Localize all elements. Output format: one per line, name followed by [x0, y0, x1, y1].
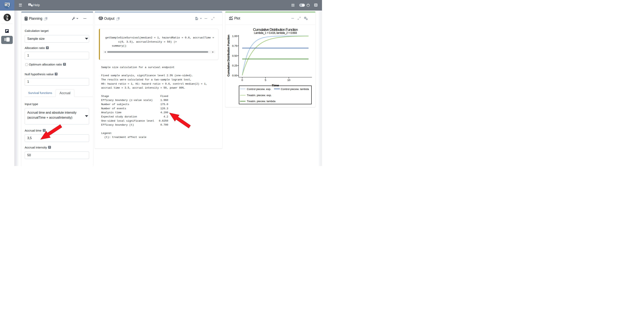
svg-text:R: R — [100, 17, 102, 20]
svg-text:1.00: 1.00 — [232, 35, 237, 38]
svg-text:Control piecew. exp.: Control piecew. exp. — [247, 88, 271, 90]
svg-text:0.75: 0.75 — [232, 44, 237, 47]
svg-text:10: 10 — [287, 78, 290, 82]
svg-text:Control piecew. lambda: Control piecew. lambda — [281, 88, 309, 90]
svg-text:5: 5 — [265, 78, 266, 82]
svg-text:0.00: 0.00 — [232, 74, 237, 77]
svg-text:Cumulative Distribution Functi: Cumulative Distribution Function — [227, 35, 230, 77]
svg-text:Treatm. piecew. lambda: Treatm. piecew. lambda — [247, 100, 276, 103]
svg-text:?: ? — [29, 4, 30, 6]
svg-text:0: 0 — [242, 78, 243, 82]
svg-text:Treatm. piecew. exp.: Treatm. piecew. exp. — [247, 94, 272, 97]
svg-text:Lambda_1 = 0.416, lambda_2 = 0: Lambda_1 = 0.416, lambda_2 = 0.693 — [254, 31, 297, 34]
svg-text:Cloud: Cloud — [5, 5, 9, 6]
svg-text:PACT: PACT — [5, 3, 9, 5]
svg-text:Time: Time — [272, 84, 279, 87]
svg-text:0.25: 0.25 — [232, 64, 237, 67]
svg-text:Cumulative Distribution Functi: Cumulative Distribution Function — [253, 28, 298, 32]
svg-text:0.50: 0.50 — [232, 54, 237, 57]
